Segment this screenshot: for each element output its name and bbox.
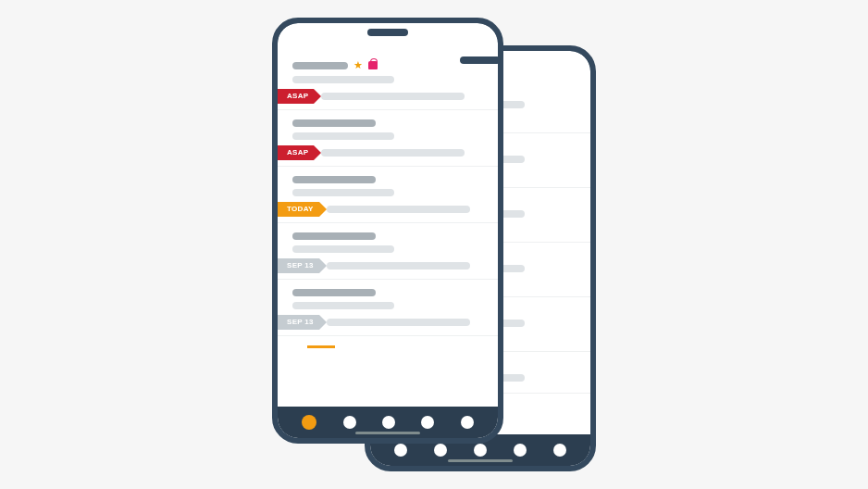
skeleton-line [292, 245, 394, 253]
nav-tab[interactable] [382, 416, 395, 429]
home-indicator [448, 459, 513, 462]
notch [460, 56, 501, 64]
nav-tab-active[interactable] [302, 415, 316, 430]
list-item[interactable] [278, 336, 498, 348]
skeleton-title [292, 119, 376, 127]
list-item[interactable]: TODAY [278, 167, 498, 223]
skeleton-line [327, 319, 470, 326]
skeleton-line [321, 149, 465, 157]
skeleton-title [292, 232, 376, 240]
nav-tab[interactable] [434, 444, 447, 457]
nav-tab[interactable] [421, 416, 434, 429]
list-item[interactable]: SEP 13 [278, 223, 498, 280]
skeleton-line [321, 93, 465, 100]
screen-front: ★ ASAP ASAP [278, 23, 498, 438]
skeleton-line [327, 262, 470, 270]
notch [367, 29, 408, 36]
bag-icon [368, 61, 378, 69]
accent-strip [307, 345, 335, 348]
priority-tag-asap: ASAP [278, 89, 314, 104]
star-icon: ★ [353, 60, 363, 70]
skeleton-line [292, 302, 394, 309]
list-item[interactable]: SEP 13 [278, 280, 498, 336]
nav-tab[interactable] [461, 416, 474, 429]
priority-tag-today: TODAY [278, 202, 319, 217]
skeleton-title [292, 289, 376, 296]
skeleton-line [327, 206, 470, 213]
nav-tab[interactable] [514, 444, 527, 457]
device-mockup-stage: ★ ASAP ASAP [272, 18, 596, 471]
skeleton-line [292, 189, 394, 196]
priority-tag-asap: ASAP [278, 145, 314, 160]
date-tag: SEP 13 [278, 315, 319, 330]
nav-tab[interactable] [474, 444, 487, 457]
date-tag: SEP 13 [278, 258, 319, 273]
nav-tab[interactable] [394, 444, 407, 457]
list-front: ★ ASAP ASAP [278, 23, 498, 407]
skeleton-title [292, 62, 348, 69]
skeleton-line [292, 76, 394, 83]
skeleton-line [292, 132, 394, 140]
nav-tab[interactable] [553, 444, 566, 457]
nav-tab[interactable] [343, 416, 356, 429]
home-indicator [355, 432, 420, 434]
list-item[interactable]: ASAP [278, 110, 498, 167]
skeleton-title [292, 176, 376, 183]
phone-front: ★ ASAP ASAP [272, 18, 503, 444]
